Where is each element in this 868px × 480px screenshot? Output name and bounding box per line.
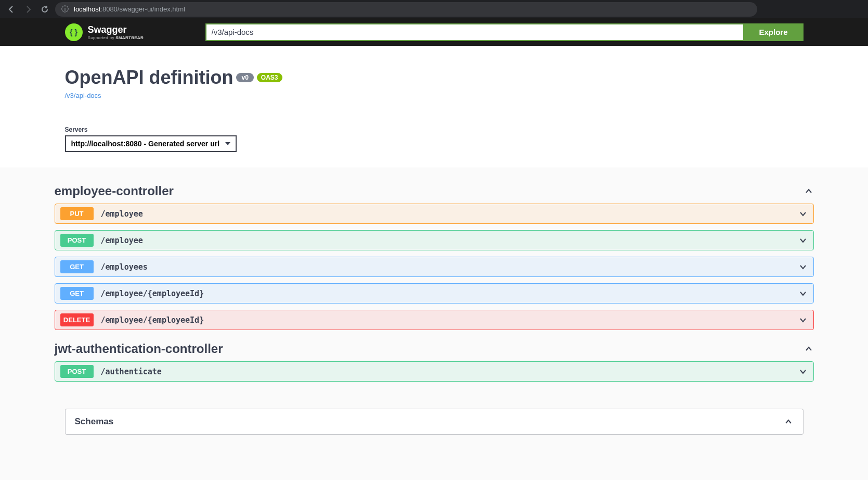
url-bar[interactable]: ⓘ localhost:8080/swagger-ui/index.html [55,2,757,17]
operation-path: /employee [101,209,798,219]
chevron-down-icon [798,262,808,272]
http-method-badge: GET [60,260,94,273]
chevron-down-icon [798,235,808,246]
swagger-logo[interactable]: { } Swagger Supported by SMARTBEAR [65,23,195,41]
chevron-up-icon [783,416,794,427]
operation-path: /employee/{employeeId} [101,289,798,298]
http-method-badge: POST [60,234,94,247]
http-method-badge: POST [60,365,94,378]
operation-path: /employee/{employeeId} [101,315,798,325]
schemas-wrapper: Schemas [55,409,814,435]
site-info-icon[interactable]: ⓘ [61,5,69,14]
chevron-down-icon [798,367,808,377]
chevron-down-icon [798,288,808,299]
brand-subtext: Supported by SMARTBEAR [88,35,144,40]
servers-label: Servers [65,126,804,133]
brand-text: Swagger [88,24,144,35]
tag-title: jwt-authentication-controller [55,342,223,356]
servers-section: Servers http://localhost:8080 - Generate… [0,110,868,168]
operation-row[interactable]: DELETE/employee/{employeeId} [55,310,814,330]
explore-input[interactable] [205,23,744,41]
forward-icon[interactable] [22,3,34,16]
chevron-up-icon [804,344,814,354]
browser-toolbar: ⓘ localhost:8080/swagger-ui/index.html [0,0,868,18]
explore-button[interactable]: Explore [743,23,803,41]
server-select[interactable]: http://localhost:8080 - Generated server… [65,135,237,152]
operations-container: employee-controllerPUT/employeePOST/empl… [55,168,814,398]
back-icon[interactable] [5,3,18,16]
operation-path: /employees [101,262,798,272]
explore-form: Explore [205,23,804,41]
operation-path: /employee [101,236,798,245]
http-method-badge: DELETE [60,313,94,326]
tag-header[interactable]: jwt-authentication-controller [55,336,814,361]
chevron-down-icon [798,209,808,219]
tag-title: employee-controller [55,184,174,198]
chevron-down-icon [798,315,808,325]
schemas-section[interactable]: Schemas [65,409,804,435]
tag-header[interactable]: employee-controller [55,179,814,204]
operation-row[interactable]: POST/employee [55,230,814,250]
operation-row[interactable]: PUT/employee [55,204,814,224]
operation-row[interactable]: GET/employees [55,257,814,277]
operation-row[interactable]: POST/authenticate [55,361,814,382]
chevron-up-icon [804,186,814,196]
url-text: localhost:8080/swagger-ui/index.html [74,5,185,13]
http-method-badge: PUT [60,207,94,220]
oas-badge: OAS3 [257,73,282,82]
http-method-badge: GET [60,287,94,300]
swagger-logo-icon: { } [65,23,83,41]
info-section: OpenAPI definition v0 OAS3 /v3/api-docs [0,46,868,110]
api-docs-link[interactable]: /v3/api-docs [65,92,101,99]
schemas-title: Schemas [75,416,114,427]
reload-icon[interactable] [38,3,51,16]
operation-row[interactable]: GET/employee/{employeeId} [55,283,814,304]
page-title: OpenAPI definition [65,67,234,89]
version-badge: v0 [236,73,253,82]
operation-path: /authenticate [101,367,798,376]
swagger-topbar: { } Swagger Supported by SMARTBEAR Explo… [0,18,868,46]
